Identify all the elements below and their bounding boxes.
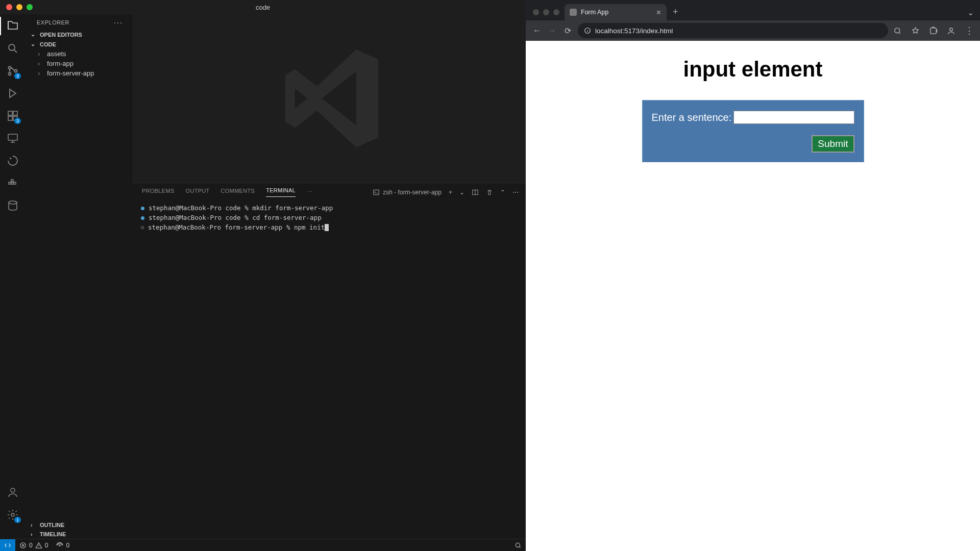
terminal-shell-label[interactable]: zsh - form-server-app: [373, 189, 442, 196]
forward-button[interactable]: →: [547, 26, 557, 35]
window-minimize-button[interactable]: [16, 4, 22, 10]
window-close-button[interactable]: [533, 9, 539, 15]
terminal-line: stephan@MacBook-Pro code % cd form-serve…: [141, 213, 518, 223]
url-text: localhost:5173/index.html: [595, 27, 673, 35]
status-bar: 0 0 0: [0, 539, 526, 551]
svg-rect-16: [374, 190, 379, 194]
remote-explorer-activity-icon[interactable]: [6, 132, 19, 145]
site-info-icon[interactable]: [584, 27, 591, 34]
svg-point-2: [9, 73, 11, 76]
window-zoom-button[interactable]: [553, 9, 559, 15]
tab-problems[interactable]: PROBLEMS: [142, 188, 175, 197]
submit-button[interactable]: Submit: [812, 135, 854, 153]
accounts-activity-icon[interactable]: [6, 486, 19, 499]
open-editors-label: OPEN EDITORS: [40, 32, 82, 38]
outline-section[interactable]: › OUTLINE: [26, 520, 133, 530]
chevron-down-icon: ⌄: [31, 31, 38, 38]
browser-tab-strip: Form App ✕ + ⌄: [526, 0, 980, 20]
window-close-button[interactable]: [6, 4, 12, 10]
browser-tab[interactable]: Form App ✕: [565, 4, 667, 20]
window-title: code: [256, 4, 270, 11]
tab-terminal[interactable]: TERMINAL: [266, 187, 296, 197]
split-terminal-icon[interactable]: [472, 189, 479, 196]
svg-rect-4: [8, 111, 12, 115]
bookmark-star-icon[interactable]: [911, 27, 920, 35]
editor-empty-state: [133, 14, 526, 183]
vscode-logo-icon: [268, 37, 390, 160]
browser-menu-icon[interactable]: ⋮: [965, 25, 974, 36]
warning-icon: [35, 542, 42, 549]
tab-output[interactable]: OUTPUT: [186, 188, 210, 197]
svg-rect-9: [9, 182, 11, 184]
page-heading: input element: [683, 57, 822, 82]
svg-rect-8: [8, 134, 17, 140]
new-tab-button[interactable]: +: [667, 7, 684, 20]
error-icon: [19, 542, 27, 549]
extensions-icon[interactable]: [929, 27, 938, 35]
chevron-right-icon: ›: [38, 50, 45, 58]
terminal-line: stephan@MacBook-Pro form-server-app % np…: [141, 223, 518, 233]
explorer-more-icon[interactable]: ⋯: [113, 20, 126, 24]
terminal-dropdown-icon[interactable]: ⌄: [459, 189, 464, 196]
svg-rect-23: [930, 28, 936, 33]
tab-close-icon[interactable]: ✕: [656, 9, 662, 16]
new-terminal-button[interactable]: +: [449, 189, 452, 196]
database-activity-icon[interactable]: [6, 199, 19, 212]
timeline-label: TIMELINE: [40, 531, 66, 537]
back-button[interactable]: ←: [532, 26, 542, 35]
terminal-icon: [373, 189, 380, 196]
traffic-lights: [0, 4, 33, 10]
maximize-panel-icon[interactable]: ⌃: [500, 189, 505, 196]
terminal-content[interactable]: stephan@MacBook-Pro code % mkdir form-se…: [133, 199, 526, 539]
tab-comments[interactable]: COMMENTS: [221, 188, 255, 197]
reload-button[interactable]: ⟳: [562, 26, 573, 36]
feedback-icon[interactable]: [510, 542, 526, 549]
svg-point-14: [11, 488, 15, 492]
root-folder-section[interactable]: ⌄ CODE: [26, 39, 133, 49]
settings-activity-icon[interactable]: 1: [6, 508, 19, 521]
folder-item-form-server-app[interactable]: › form-server-app: [26, 68, 133, 78]
folder-item-assets[interactable]: › assets: [26, 49, 133, 59]
tab-title: Form App: [581, 9, 608, 16]
docker-activity-icon[interactable]: [6, 177, 19, 190]
broadcast-icon: [56, 542, 63, 549]
tab-overflow-icon[interactable]: ⌄: [967, 8, 980, 20]
svg-point-3: [15, 70, 17, 72]
svg-rect-11: [14, 182, 16, 184]
extensions-activity-icon[interactable]: 3: [6, 109, 19, 122]
browser-window: Form App ✕ + ⌄ ← → ⟳ localhost:5173/inde…: [526, 0, 980, 551]
search-activity-icon[interactable]: [6, 42, 19, 55]
kill-terminal-icon[interactable]: [486, 189, 493, 196]
panel-overflow-icon[interactable]: ⋯: [307, 189, 312, 195]
problems-status[interactable]: 0 0: [15, 542, 52, 549]
svg-point-20: [516, 543, 520, 547]
window-minimize-button[interactable]: [543, 9, 549, 15]
chevron-right-icon: ›: [31, 522, 38, 528]
window-zoom-button[interactable]: [27, 4, 33, 10]
profile-icon[interactable]: [947, 27, 955, 35]
azure-activity-icon[interactable]: [6, 154, 19, 167]
browser-toolbar: ← → ⟳ localhost:5173/index.html ⋮: [526, 20, 980, 41]
zoom-icon[interactable]: [893, 27, 902, 35]
open-editors-section[interactable]: ⌄ OPEN EDITORS: [26, 30, 133, 39]
remote-indicator[interactable]: [0, 539, 15, 551]
ports-status[interactable]: 0: [52, 542, 74, 549]
source-control-activity-icon[interactable]: 3: [6, 64, 19, 78]
settings-badge: 1: [14, 517, 21, 523]
vscode-window: code 3 3: [0, 0, 526, 551]
chevron-right-icon: ›: [38, 69, 45, 77]
svg-point-1: [9, 67, 11, 69]
form-container: Enter a sentence: Submit: [642, 100, 864, 162]
svg-rect-6: [8, 116, 12, 120]
explorer-activity-icon[interactable]: [6, 19, 19, 33]
folder-label: form-app: [47, 60, 74, 67]
panel-more-icon[interactable]: ⋯: [512, 189, 519, 196]
sentence-input[interactable]: [733, 111, 854, 124]
run-debug-activity-icon[interactable]: [6, 87, 19, 100]
folder-item-form-app[interactable]: › form-app: [26, 59, 133, 68]
chevron-down-icon: ⌄: [31, 41, 38, 47]
address-bar[interactable]: localhost:5173/index.html: [578, 23, 888, 38]
timeline-section[interactable]: › TIMELINE: [26, 530, 133, 539]
terminal-cursor: [325, 224, 329, 231]
svg-point-24: [950, 28, 953, 31]
